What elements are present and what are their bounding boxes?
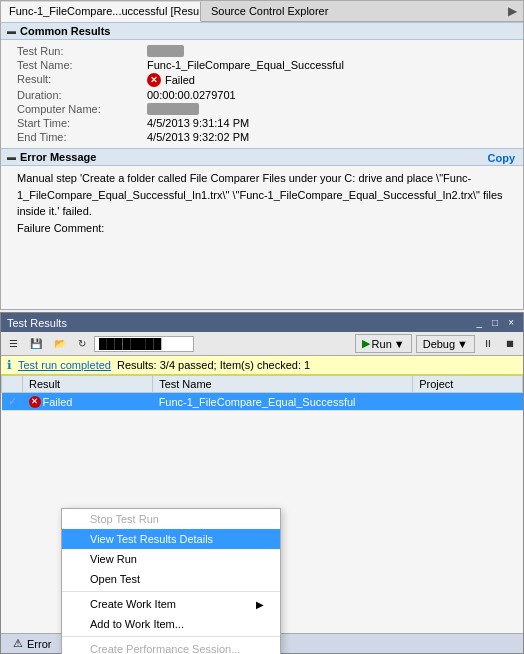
menu-item-perf-session[interactable]: Create Performance Session... <box>62 639 280 654</box>
row-checkbox[interactable]: ✓ <box>2 393 23 411</box>
submenu-arrow: ▶ <box>256 599 264 610</box>
test-table: Result Test Name Project ✓ ✕ Failed <box>1 375 523 411</box>
pause-btn[interactable]: ⏸ <box>479 336 497 351</box>
menu-item-view-run[interactable]: View Run <box>62 549 280 569</box>
result-row-computer: Computer Name: <box>17 102 515 116</box>
result-row-duration: Duration: 00:00:00.0279701 <box>17 88 515 102</box>
status-bar: ℹ Test run completed Results: 3/4 passed… <box>1 356 523 375</box>
tab-source-label: Source Control Explorer <box>211 5 328 17</box>
status-details: Results: 3/4 passed; Item(s) checked: 1 <box>117 359 310 371</box>
panel-title-bar: Test Results _ □ × <box>1 313 523 332</box>
window-pin-icon[interactable]: ▶ <box>502 1 523 21</box>
toolbar-list-btn[interactable]: ☰ <box>5 336 22 351</box>
common-results-title: Common Results <box>20 25 110 37</box>
test-table-container[interactable]: Result Test Name Project ✓ ✕ Failed <box>1 375 523 515</box>
error-message-header: ▬ Error Message Copy <box>1 148 523 166</box>
row-testname: Func-1_FileCompare_Equal_Successful <box>153 393 413 411</box>
collapse-icon[interactable]: ▬ <box>7 26 16 36</box>
table-row[interactable]: ✓ ✕ Failed Func-1_FileCompare_Equal_Succ… <box>2 393 523 411</box>
result-row-end: End Time: 4/5/2013 9:32:02 PM <box>17 130 515 144</box>
col-project[interactable]: Project <box>413 376 523 393</box>
test-results-panel: Test Results _ □ × ☰ 💾 📂 ↻ ▶ Run ▼ Debug… <box>0 312 524 654</box>
debug-arrow[interactable]: ▼ <box>457 338 468 350</box>
col-checkbox <box>2 376 23 393</box>
run-button[interactable]: ▶ Run ▼ <box>355 334 412 353</box>
toolbar-filter-input[interactable] <box>94 336 194 352</box>
check-mark-icon: ✓ <box>8 395 17 407</box>
label-end: End Time: <box>17 131 147 143</box>
menu-label-open-test: Open Test <box>90 573 140 585</box>
menu-label-add-work: Add to Work Item... <box>90 618 184 630</box>
menu-item-stop-test-run[interactable]: Stop Test Run <box>62 509 280 529</box>
run-arrow[interactable]: ▼ <box>394 338 405 350</box>
error-message-title: Error Message <box>20 151 96 163</box>
results-table: Test Run: Test Name: Func-1_FileCompare_… <box>1 40 523 148</box>
blurred-testrun <box>147 45 184 57</box>
toolbar: ☰ 💾 📂 ↻ ▶ Run ▼ Debug ▼ ⏸ ⏹ <box>1 332 523 356</box>
value-duration: 00:00:00.0279701 <box>147 89 236 101</box>
col-testname[interactable]: Test Name <box>153 376 413 393</box>
error-collapse-icon[interactable]: ▬ <box>7 152 16 162</box>
panel-controls: _ □ × <box>474 316 517 329</box>
context-menu: Stop Test Run View Test Results Details … <box>61 508 281 654</box>
close-btn[interactable]: × <box>505 316 517 329</box>
tab-results-label: Func-1_FileCompare...uccessful [Results] <box>9 5 201 17</box>
result-row-result: Result: ✕ Failed <box>17 72 515 88</box>
top-panel: Func-1_FileCompare...uccessful [Results]… <box>0 0 524 310</box>
menu-label-perf: Create Performance Session... <box>90 643 240 654</box>
stop-btn[interactable]: ⏹ <box>501 336 519 351</box>
separator-1 <box>62 591 280 592</box>
label-start: Start Time: <box>17 117 147 129</box>
separator-2 <box>62 636 280 637</box>
toolbar-refresh-btn[interactable]: ↻ <box>74 336 90 351</box>
failed-text: Failed <box>165 74 195 86</box>
status-tab-error[interactable]: ⚠ Error <box>5 635 59 652</box>
debug-label: Debug <box>423 338 455 350</box>
menu-item-open-test[interactable]: Open Test <box>62 569 280 589</box>
label-duration: Duration: <box>17 89 147 101</box>
label-result: Result: <box>17 73 147 87</box>
debug-button[interactable]: Debug ▼ <box>416 335 475 353</box>
row-result: ✕ Failed <box>23 393 153 411</box>
menu-label-view-details: View Test Results Details <box>90 533 213 545</box>
row-result-text: Failed <box>43 396 73 408</box>
label-testname: Test Name: <box>17 59 147 71</box>
error-tab-icon: ⚠ <box>13 637 23 650</box>
value-computer <box>147 103 199 115</box>
menu-item-add-work-item[interactable]: Add to Work Item... <box>62 614 280 634</box>
toolbar-open-btn[interactable]: 📂 <box>50 336 70 351</box>
row-fail-icon: ✕ <box>29 396 41 408</box>
result-row-testrun: Test Run: <box>17 44 515 58</box>
blurred-computer <box>147 103 199 115</box>
row-project <box>413 393 523 411</box>
failure-comment-label: Failure Comment: <box>17 222 104 234</box>
error-tab-label: Error <box>27 638 51 650</box>
tab-source-control[interactable]: Source Control Explorer <box>201 2 338 20</box>
value-result: ✕ Failed <box>147 73 195 87</box>
minimize-btn[interactable]: _ <box>474 316 486 329</box>
row-icons: ✕ Failed <box>29 396 147 408</box>
run-label: Run <box>372 338 392 350</box>
menu-item-view-details[interactable]: View Test Results Details <box>62 529 280 549</box>
menu-label-stop: Stop Test Run <box>90 513 159 525</box>
tab-bar: Func-1_FileCompare...uccessful [Results]… <box>1 1 523 22</box>
panel-title: Test Results <box>7 317 67 329</box>
col-result[interactable]: Result <box>23 376 153 393</box>
failed-circle-icon: ✕ <box>147 73 161 87</box>
toolbar-save-btn[interactable]: 💾 <box>26 336 46 351</box>
menu-item-create-work-item[interactable]: Create Work Item ▶ <box>62 594 280 614</box>
tab-results[interactable]: Func-1_FileCompare...uccessful [Results]… <box>1 2 201 22</box>
menu-label-create-work: Create Work Item <box>90 598 176 610</box>
menu-label-view-run: View Run <box>90 553 137 565</box>
value-end: 4/5/2013 9:32:02 PM <box>147 131 249 143</box>
value-testname: Func-1_FileCompare_Equal_Successful <box>147 59 344 71</box>
value-start: 4/5/2013 9:31:14 PM <box>147 117 249 129</box>
status-complete-icon: ℹ <box>7 358 12 372</box>
result-row-testname: Test Name: Func-1_FileCompare_Equal_Succ… <box>17 58 515 72</box>
common-results-header: ▬ Common Results <box>1 22 523 40</box>
error-message-content: Manual step 'Create a folder called File… <box>17 172 503 217</box>
label-computer: Computer Name: <box>17 103 147 115</box>
copy-link[interactable]: Copy <box>488 152 516 164</box>
test-run-completed-link[interactable]: Test run completed <box>18 359 111 371</box>
maximize-btn[interactable]: □ <box>489 316 501 329</box>
